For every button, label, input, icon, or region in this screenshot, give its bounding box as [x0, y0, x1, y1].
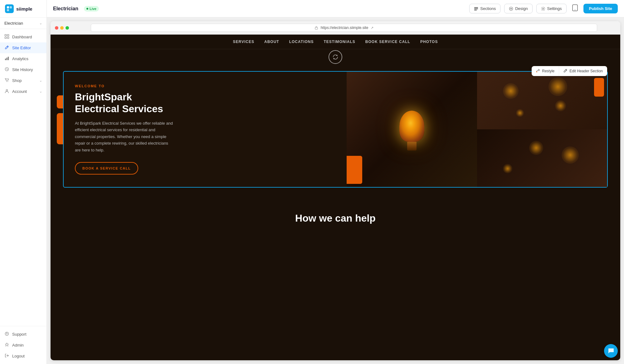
hero-cta-button[interactable]: BOOK A SERVICE CALL	[75, 162, 138, 175]
sidebar-item-dashboard[interactable]: Dashboard	[0, 31, 46, 42]
site-navigation: SERVICES ABOUT LOCATIONS TESTIMONIALS BO…	[51, 35, 620, 49]
chevron-down-icon: ⌄	[39, 21, 42, 25]
sidebar-item-account-label: Account	[12, 89, 27, 94]
svg-rect-5	[5, 37, 7, 39]
hero-top-right-image	[477, 72, 607, 129]
svg-rect-7	[5, 59, 6, 60]
browser-chrome: https://electrician.siimple.site ↗ SERVI…	[51, 21, 620, 360]
main-area: Electrician Live Sections Design	[47, 0, 624, 364]
preview-area: https://electrician.siimple.site ↗ SERVI…	[47, 17, 624, 364]
site-nav-locations[interactable]: LOCATIONS	[289, 40, 314, 44]
sidebar-item-analytics[interactable]: Analytics	[0, 53, 46, 64]
external-link-icon[interactable]: ↗	[371, 26, 373, 30]
browser-url-bar: https://electrician.siimple.site ↗	[91, 24, 597, 32]
site-nav-testimonials[interactable]: TESTIMONIALS	[324, 40, 355, 44]
svg-rect-16	[474, 7, 478, 8]
live-badge-text: Live	[90, 7, 96, 11]
site-nav-about[interactable]: ABOUT	[264, 40, 279, 44]
live-badge: Live	[84, 6, 99, 12]
site-nav-photos[interactable]: PHOTOS	[420, 40, 438, 44]
svg-rect-24	[315, 27, 318, 29]
svg-rect-18	[474, 10, 477, 11]
sync-area	[51, 49, 620, 65]
mobile-preview-icon[interactable]	[570, 2, 580, 15]
hero-deco-orange-bottom-left	[347, 156, 362, 184]
bokeh-lights-2	[477, 129, 607, 187]
hero-content: WELCOME TO BrightSparkElectrical Service…	[64, 72, 347, 187]
svg-rect-2	[7, 9, 9, 11]
hero-edit-toolbar: Restyle Edit Header Section	[532, 66, 607, 76]
settings-icon	[541, 7, 545, 11]
support-icon	[4, 332, 9, 337]
site-nav-book[interactable]: BOOK SERVICE CALL	[365, 40, 410, 44]
svg-rect-17	[474, 8, 478, 9]
publish-site-button[interactable]: Publish Site	[583, 4, 618, 13]
edit-header-section-button[interactable]: Edit Header Section	[559, 66, 607, 76]
chat-bubble-button[interactable]	[604, 344, 618, 358]
sidebar-item-site-editor[interactable]: Site Editor	[0, 42, 46, 53]
account-icon	[4, 89, 9, 94]
minimize-window-button[interactable]	[60, 26, 64, 30]
sidebar-item-support[interactable]: Support	[0, 329, 46, 340]
maximize-window-button[interactable]	[66, 26, 69, 30]
topbar-site-name: Electrician	[53, 6, 78, 12]
dashboard-icon	[4, 34, 9, 40]
history-icon	[4, 67, 9, 72]
sidebar-item-account[interactable]: Account ⌄	[0, 86, 46, 97]
sidebar-logo: siimple	[0, 0, 46, 18]
svg-rect-4	[7, 35, 9, 36]
hero-description: At BrightSpark Electrical Services we of…	[75, 120, 175, 153]
sync-icon	[329, 50, 342, 64]
settings-button[interactable]: Settings	[536, 4, 567, 13]
site-selector[interactable]: Electrician ⌄	[0, 18, 46, 29]
topbar: Electrician Live Sections Design	[47, 0, 624, 17]
edit-icon	[4, 45, 9, 50]
sidebar-item-shop[interactable]: Shop ⌄	[0, 75, 46, 86]
hero-section[interactable]: Restyle Edit Header Section	[63, 71, 608, 188]
hero-pretitle: WELCOME TO	[75, 84, 335, 88]
sync-overlay	[329, 50, 342, 64]
hero-bottom-right-image	[477, 129, 607, 187]
sidebar: siimple Electrician ⌄ Dashboard	[0, 0, 47, 364]
lock-icon	[314, 26, 318, 30]
edit-header-icon	[563, 69, 568, 74]
sidebar-nav: Dashboard Site Editor Analytics	[0, 29, 46, 326]
account-chevron-icon: ⌄	[39, 89, 42, 93]
siimple-logo-icon	[5, 4, 14, 13]
browser-toolbar: https://electrician.siimple.site ↗	[51, 21, 620, 35]
svg-rect-6	[7, 37, 9, 39]
how-title: How we can help	[63, 213, 608, 224]
svg-point-11	[6, 81, 7, 82]
design-button[interactable]: Design	[504, 4, 532, 13]
admin-icon	[4, 342, 9, 348]
design-icon	[509, 7, 513, 11]
restyle-icon	[536, 69, 540, 74]
restyle-button[interactable]: Restyle	[532, 66, 559, 76]
svg-rect-0	[7, 6, 9, 8]
sidebar-item-site-history[interactable]: Site History	[0, 64, 46, 75]
svg-rect-3	[5, 35, 7, 36]
bokeh-lights	[477, 72, 607, 129]
sidebar-item-logout[interactable]: Logout	[0, 351, 46, 362]
site-nav-services[interactable]: SERVICES	[233, 40, 254, 44]
logout-icon	[4, 353, 9, 359]
analytics-icon	[4, 56, 9, 61]
sections-button[interactable]: Sections	[469, 4, 500, 13]
close-window-button[interactable]	[55, 26, 58, 30]
hero-image-collage	[347, 72, 607, 187]
sidebar-logo-text: siimple	[16, 6, 32, 12]
sidebar-footer: Support Admin Logout	[0, 326, 46, 364]
sidebar-item-admin-label: Admin	[12, 343, 24, 347]
browser-url-text: https://electrician.siimple.site	[321, 26, 368, 30]
sidebar-item-logout-label: Logout	[12, 354, 25, 358]
bulb-visualization	[392, 101, 432, 157]
site-selector-name: Electrician	[4, 21, 23, 26]
sidebar-item-analytics-label: Analytics	[12, 56, 28, 61]
sections-icon	[474, 7, 478, 11]
sidebar-item-support-label: Support	[12, 332, 27, 337]
sidebar-item-admin[interactable]: Admin	[0, 340, 46, 351]
svg-point-25	[536, 71, 537, 72]
shop-chevron-icon: ⌄	[39, 79, 42, 83]
website-content: SERVICES ABOUT LOCATIONS TESTIMONIALS BO…	[51, 35, 620, 360]
svg-rect-1	[10, 6, 12, 8]
